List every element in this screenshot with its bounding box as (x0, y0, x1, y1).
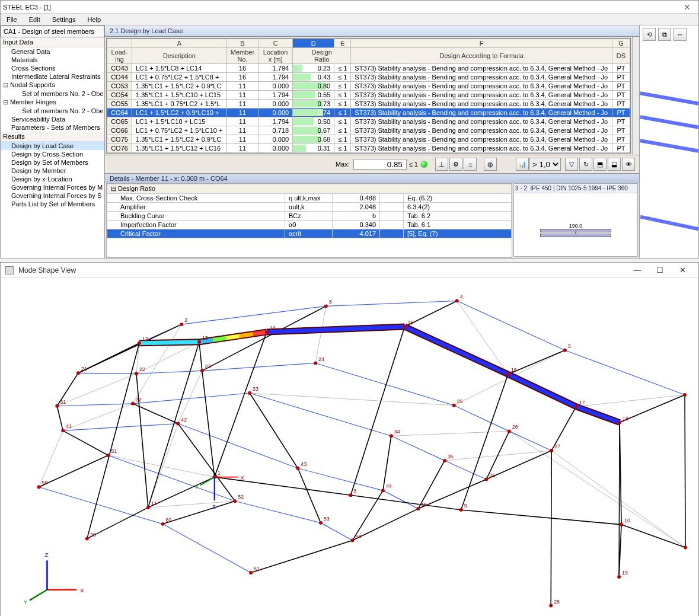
tool-icon-2[interactable]: ⚙ (449, 158, 462, 171)
svg-text:X: X (240, 474, 244, 481)
svg-point-146 (574, 405, 578, 408)
menu-settings[interactable]: Settings (46, 16, 82, 23)
svg-text:36: 36 (489, 473, 495, 478)
tree-item[interactable]: Member Hinges (1, 98, 104, 107)
tree-item[interactable]: Serviceability Data (1, 115, 104, 123)
svg-text:26: 26 (512, 424, 518, 430)
svg-line-29 (454, 406, 509, 432)
tool-icon-8[interactable]: ⬓ (608, 158, 621, 171)
svg-line-80 (486, 451, 551, 480)
svg-line-12 (148, 423, 178, 508)
svg-line-38 (298, 468, 383, 491)
table-row[interactable]: CO55 1.35*LC1 + 0.75*LC2 + 1.5*L 11 0.00… (107, 100, 630, 108)
minimize-icon[interactable]: — (626, 264, 649, 277)
svg-line-59 (551, 451, 551, 605)
tree-item[interactable]: Set of members No. 2 - Obe (1, 90, 104, 98)
svg-point-162 (452, 404, 456, 407)
tree-item[interactable]: Governing Internal Forces by M (1, 183, 104, 191)
tool-icon-3[interactable]: ☼ (464, 158, 477, 171)
results-table[interactable]: ABC DEFG Load-ingDescriptionMemberNo.Loc… (106, 38, 631, 154)
tool-icon-7[interactable]: ⬒ (593, 158, 607, 171)
svg-line-18 (39, 430, 63, 487)
sideview-icon-3[interactable]: ↔ (674, 28, 687, 41)
tree-item[interactable]: Intermediate Lateral Restraints (1, 72, 104, 81)
tool-icon-4[interactable]: ◍ (484, 158, 497, 171)
svg-point-122 (563, 349, 567, 352)
content-pane: 2.1 Design by Load Case ABC DEFG Load-in… (105, 25, 639, 258)
svg-line-8 (509, 431, 685, 547)
svg-text:13: 13 (202, 335, 208, 341)
tree-item[interactable]: Design by Load Case (1, 142, 104, 150)
svg-text:Z: Z (44, 551, 48, 558)
mode-shape-canvas[interactable]: 1234567891011121314151617181920212223242… (11, 289, 688, 616)
tree-item[interactable]: Materials (1, 56, 104, 64)
svg-text:61: 61 (254, 566, 260, 572)
menu-help[interactable]: Help (81, 16, 107, 23)
details-row[interactable]: Imperfection Factor α0 0.340 Tab. 6.1 (107, 221, 512, 229)
svg-line-111 (508, 374, 576, 406)
details-row[interactable]: Max. Cross-Section Check η ult,k,max 0.4… (107, 194, 512, 203)
filter-icon[interactable]: 📊 (516, 158, 529, 171)
table-row[interactable]: CO65 LC1 + 1.5*LC10 + LC15 11 1.794 0.50… (107, 117, 630, 126)
svg-line-15 (178, 371, 202, 423)
svg-line-63 (199, 342, 202, 371)
details-row[interactable]: Critical Factor αcrit 4.017 [5], Eq. (7) (107, 229, 512, 238)
table-row[interactable]: CO53 1.35*LC1 + 1.5*LC2 + 0.9*LC 11 0.00… (107, 82, 630, 91)
case-combo[interactable] (1, 25, 104, 37)
tool-icon-1[interactable]: ⊥ (435, 158, 448, 171)
svg-line-90 (383, 436, 391, 490)
sideview-icon-1[interactable]: ⟲ (643, 28, 656, 41)
svg-line-23 (457, 301, 565, 350)
max-value[interactable] (353, 159, 407, 170)
details-table[interactable]: ⊟ Design RatioMax. Cross-Section Check η… (106, 183, 512, 258)
svg-line-207 (200, 477, 215, 486)
svg-point-200 (37, 485, 41, 489)
table-row[interactable]: CO44 LC1 + 0.75*LC2 + 1.5*LC8 + 16 1.794… (107, 73, 630, 82)
table-row[interactable]: CO76 1.35*LC1 + 1.5*LC12 + LC16 11 0.000… (107, 144, 630, 153)
tree-item[interactable]: Parameters - Sets of Members (1, 123, 104, 132)
tree-item[interactable]: Nodal Supports (1, 81, 104, 90)
tree-item[interactable]: Design by Cross-Section (1, 150, 104, 158)
table-row[interactable]: CO64 LC1 + 1.5*LC2 + 0.9*LC10 + 11 0.000… (107, 108, 630, 117)
tree-item[interactable]: Design by Member (1, 167, 104, 175)
model-side-view[interactable]: ⟲ ⧉ ↔ (639, 25, 698, 258)
filter-combo[interactable]: > 1,0 (529, 158, 561, 171)
svg-point-172 (131, 402, 135, 406)
svg-point-160 (314, 362, 317, 365)
svg-point-132 (620, 523, 623, 526)
close-icon[interactable]: ✕ (678, 2, 696, 12)
svg-line-87 (298, 468, 321, 523)
svg-text:23: 23 (205, 363, 211, 369)
tree-item[interactable]: Cross-Sections (1, 64, 104, 72)
svg-line-105 (253, 332, 267, 334)
menu-file[interactable]: File (1, 16, 23, 23)
svg-point-144 (506, 372, 510, 376)
table-row[interactable]: CO66 LC1 + 0.75*LC2 + 1.5*LC10 + 11 0.71… (107, 126, 630, 135)
tree-item[interactable]: Parts List by Set of Members (1, 200, 104, 208)
table-row[interactable]: CO43 LC1 + 1.5*LC8 + LC14 16 1.794 0.23 … (107, 64, 630, 73)
details-row[interactable]: Amplifier αult,k 2.048 6.3.4(2) (107, 203, 512, 212)
eye-icon[interactable]: 👁 (622, 158, 635, 171)
menu-edit[interactable]: Edit (23, 16, 46, 23)
svg-line-53 (215, 332, 267, 477)
svg-text:3: 3 (329, 299, 332, 305)
table-row[interactable]: CO54 1.35*LC1 + 1.5*LC10 + LC15 11 1.794… (107, 91, 630, 100)
svg-text:43: 43 (301, 461, 307, 467)
tree-item[interactable]: Set of members No. 2 - Obe (1, 107, 104, 115)
svg-line-27 (202, 363, 315, 371)
tree-item[interactable]: Design by x-Location (1, 175, 104, 183)
tree-item[interactable]: Design by Set of Members (1, 158, 104, 167)
svg-line-78 (163, 501, 235, 524)
table-scrollbar[interactable] (632, 37, 639, 155)
svg-line-113 (576, 407, 620, 423)
table-row[interactable]: CO75 1.35*LC1 + 1.5*LC2 + 0.9*LC 11 0.00… (107, 135, 630, 144)
tool-icon-5[interactable]: ▽ (565, 158, 578, 171)
details-row[interactable]: Buckling Curve BCz b Tab. 6.2 (107, 212, 512, 221)
tree-item[interactable]: Governing Internal Forces by S (1, 191, 104, 200)
close-icon[interactable]: ✕ (671, 264, 694, 277)
svg-point-124 (683, 393, 687, 397)
sideview-icon-2[interactable]: ⧉ (658, 28, 671, 41)
tool-icon-6[interactable]: ↻ (579, 158, 592, 171)
tree-item[interactable]: General Data (1, 47, 104, 56)
maximize-icon[interactable]: ☐ (649, 264, 671, 277)
